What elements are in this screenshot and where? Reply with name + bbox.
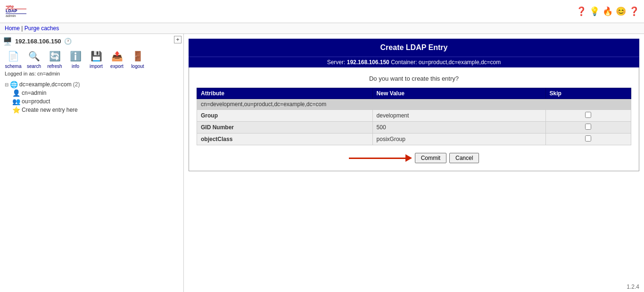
attr-gid: GID Number bbox=[197, 122, 373, 133]
tree-create-new[interactable]: ⭐ Create new entry here bbox=[12, 106, 181, 114]
info-icon2[interactable]: ❓ bbox=[629, 6, 639, 17]
dn-row: cn=development,ou=product,dc=example,dc=… bbox=[197, 99, 631, 110]
dn-value: cn=development,ou=product,dc=example,dc=… bbox=[197, 99, 631, 110]
attr-header: Attribute bbox=[197, 88, 373, 99]
star-icon: ⭐ bbox=[12, 106, 20, 114]
skip-header: Skip bbox=[545, 88, 631, 99]
tree-children: 👤 cn=admin 👥 ou=product ⭐ Create new ent… bbox=[5, 89, 181, 114]
skip-checkbox-group[interactable] bbox=[585, 112, 591, 118]
create-new-label: Create new entry here bbox=[22, 107, 78, 113]
search-tool[interactable]: 🔍 search bbox=[24, 49, 44, 69]
attribute-table: Attribute New Value Skip cn=development,… bbox=[197, 88, 631, 145]
ldap-title: Create LDAP Entry bbox=[189, 39, 639, 57]
confirm-text: Do you want to create this entry? bbox=[197, 75, 631, 82]
refresh-label: refresh bbox=[47, 64, 62, 69]
logout-icon: 🚪 bbox=[130, 49, 145, 64]
smiley-icon[interactable]: 😊 bbox=[616, 6, 626, 17]
help-icon[interactable]: ❓ bbox=[576, 6, 586, 17]
table-row: GID Number 500 bbox=[197, 122, 631, 133]
breadcrumb-purge[interactable]: Purge caches bbox=[25, 25, 59, 32]
skip-gid bbox=[545, 122, 631, 133]
bulb-icon[interactable]: 💡 bbox=[589, 6, 600, 17]
cancel-button[interactable]: Cancel bbox=[449, 153, 479, 163]
arrow-head bbox=[405, 154, 412, 162]
logout-tool[interactable]: 🚪 logout bbox=[127, 49, 148, 69]
commit-arrow bbox=[349, 154, 412, 162]
ldap-panel: Create LDAP Entry Server: 192.168.106.15… bbox=[189, 39, 639, 171]
globe-icon: 🌐 bbox=[10, 81, 18, 88]
export-tool[interactable]: 📤 export bbox=[107, 49, 127, 69]
search-label: search bbox=[27, 64, 41, 69]
clock-icon: 🕐 bbox=[64, 38, 72, 45]
subtitle-server-ip: 192.168.106.150 bbox=[347, 59, 389, 66]
header: ≡php LDAP admin ❓ 💡 🔥 😊 ❓ bbox=[0, 0, 644, 23]
server-ip: 192.168.106.150 bbox=[15, 38, 61, 45]
skip-checkbox-objectclass[interactable] bbox=[585, 135, 591, 142]
content-area: Create LDAP Entry Server: 192.168.106.15… bbox=[184, 34, 644, 292]
skip-group bbox=[545, 110, 631, 122]
schema-label: schema bbox=[5, 64, 21, 69]
import-label: import bbox=[90, 64, 103, 69]
header-icons: ❓ 💡 🔥 😊 ❓ bbox=[576, 6, 639, 17]
export-label: export bbox=[110, 64, 124, 69]
val-objectclass: posixGroup bbox=[372, 133, 545, 145]
commit-button[interactable]: Commit bbox=[415, 153, 446, 163]
server-icon: 🖥️ bbox=[3, 37, 12, 46]
ou-icon: 👥 bbox=[12, 98, 20, 105]
subtitle-container-label: Container: bbox=[391, 59, 419, 66]
svg-text:admin: admin bbox=[6, 14, 16, 18]
newval-header: New Value bbox=[372, 88, 545, 99]
button-row: Commit Cancel bbox=[197, 153, 631, 163]
export-icon: 📤 bbox=[109, 49, 124, 64]
toolbar: 📄 schema 🔍 search 🔄 refresh ℹ️ info 💾 im… bbox=[3, 49, 181, 69]
info-label: info bbox=[72, 64, 79, 69]
import-icon: 💾 bbox=[89, 49, 104, 64]
tree-ou-product[interactable]: 👥 ou=product bbox=[12, 97, 181, 106]
breadcrumb: Home | Purge caches bbox=[0, 23, 644, 34]
subtitle-server-label: Server: bbox=[327, 59, 347, 66]
logged-in-label: Logged in as: cn=admin bbox=[5, 71, 181, 76]
skip-objectclass bbox=[545, 133, 631, 145]
sidebar: + 🖥️ 192.168.106.150 🕐 📄 schema 🔍 search… bbox=[0, 34, 184, 292]
info-tool[interactable]: ℹ️ info bbox=[65, 49, 86, 69]
attr-group: Group bbox=[197, 110, 373, 122]
subtitle-container-value: ou=product,dc=example,dc=com bbox=[419, 59, 501, 66]
ldap-subtitle: Server: 192.168.106.150 Container: ou=pr… bbox=[189, 57, 639, 67]
refresh-tool[interactable]: 🔄 refresh bbox=[44, 49, 65, 69]
arrow-line bbox=[349, 158, 405, 159]
skip-checkbox-gid[interactable] bbox=[585, 124, 591, 130]
cn-admin-label: cn=admin bbox=[22, 90, 46, 96]
logout-label: logout bbox=[131, 64, 144, 69]
ldap-body: Do you want to create this entry? Attrib… bbox=[189, 67, 639, 171]
table-row: objectClass posixGroup bbox=[197, 133, 631, 145]
import-tool[interactable]: 💾 import bbox=[86, 49, 107, 69]
root-count: (2) bbox=[73, 81, 80, 88]
search-icon: 🔍 bbox=[26, 49, 41, 64]
main-layout: + 🖥️ 192.168.106.150 🕐 📄 schema 🔍 search… bbox=[0, 34, 644, 292]
svg-text:≡php: ≡php bbox=[6, 5, 14, 8]
val-group: development bbox=[372, 110, 545, 122]
table-row: Group development bbox=[197, 110, 631, 122]
logo: ≡php LDAP admin bbox=[5, 3, 29, 20]
version: 1.2.4 bbox=[627, 284, 639, 290]
server-header: 🖥️ 192.168.106.150 🕐 bbox=[3, 37, 181, 46]
footer: 1.2.4 bbox=[622, 282, 644, 292]
logo-icon: ≡php LDAP admin bbox=[5, 3, 27, 20]
expand-button[interactable]: + bbox=[174, 36, 182, 43]
tree-root[interactable]: ⊟ 🌐 dc=example,dc=com (2) bbox=[5, 80, 181, 89]
flame-icon[interactable]: 🔥 bbox=[603, 6, 613, 17]
ldap-tree: ⊟ 🌐 dc=example,dc=com (2) 👤 cn=admin 👥 o… bbox=[3, 80, 181, 114]
val-gid: 500 bbox=[372, 122, 545, 133]
refresh-icon: 🔄 bbox=[47, 49, 62, 64]
schema-tool[interactable]: 📄 schema bbox=[3, 49, 24, 69]
info-icon: ℹ️ bbox=[68, 49, 83, 64]
user-icon: 👤 bbox=[12, 89, 20, 97]
attr-objectclass: objectClass bbox=[197, 133, 373, 145]
tree-cn-admin[interactable]: 👤 cn=admin bbox=[12, 89, 181, 97]
breadcrumb-home[interactable]: Home bbox=[5, 25, 20, 32]
schema-icon: 📄 bbox=[6, 49, 21, 64]
root-dn: dc=example,dc=com bbox=[19, 81, 72, 88]
ou-product-label: ou=product bbox=[22, 98, 50, 105]
tree-collapse-icon: ⊟ bbox=[5, 82, 8, 87]
